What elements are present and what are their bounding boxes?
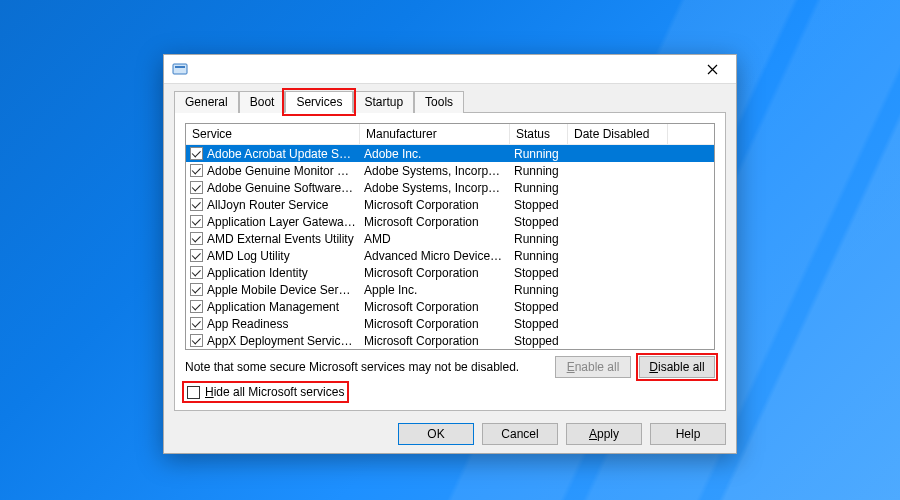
- tabstrip: GeneralBootServicesStartupTools: [164, 84, 736, 112]
- service-name: Adobe Acrobat Update Service: [207, 147, 356, 161]
- service-checkbox[interactable]: [190, 164, 203, 177]
- service-status: Stopped: [510, 300, 568, 314]
- table-row[interactable]: Apple Mobile Device ServiceApple Inc.Run…: [186, 281, 714, 298]
- svg-rect-1: [175, 66, 185, 68]
- service-checkbox[interactable]: [190, 283, 203, 296]
- service-name: Application Layer Gateway Service: [207, 215, 356, 229]
- col-service[interactable]: Service: [186, 124, 360, 144]
- help-button[interactable]: Help: [650, 423, 726, 445]
- service-status: Running: [510, 249, 568, 263]
- service-manufacturer: Microsoft Corporation: [360, 198, 510, 212]
- service-status: Running: [510, 283, 568, 297]
- close-button[interactable]: [692, 55, 732, 83]
- table-row[interactable]: AppX Deployment Service (AppX...Microsof…: [186, 332, 714, 349]
- app-icon: [172, 61, 188, 77]
- table-row[interactable]: AMD Log UtilityAdvanced Micro Devices, I…: [186, 247, 714, 264]
- enable-all-button[interactable]: Enable all: [555, 356, 631, 378]
- service-manufacturer: AMD: [360, 232, 510, 246]
- service-name: Adobe Genuine Software Integri...: [207, 181, 356, 195]
- service-checkbox[interactable]: [190, 215, 203, 228]
- service-manufacturer: Microsoft Corporation: [360, 334, 510, 348]
- services-list-body[interactable]: Adobe Acrobat Update ServiceAdobe Inc.Ru…: [186, 145, 714, 349]
- tab-startup[interactable]: Startup: [353, 91, 414, 113]
- service-status: Running: [510, 147, 568, 161]
- service-manufacturer: Apple Inc.: [360, 283, 510, 297]
- disable-all-button[interactable]: Disable all: [639, 356, 715, 378]
- services-panel: Service Manufacturer Status Date Disable…: [174, 112, 726, 411]
- service-checkbox[interactable]: [190, 147, 203, 160]
- table-row[interactable]: Application Layer Gateway ServiceMicroso…: [186, 213, 714, 230]
- tab-services[interactable]: Services: [285, 91, 353, 113]
- service-manufacturer: Microsoft Corporation: [360, 300, 510, 314]
- service-manufacturer: Adobe Inc.: [360, 147, 510, 161]
- col-manufacturer[interactable]: Manufacturer: [360, 124, 510, 144]
- apply-button[interactable]: Apply: [566, 423, 642, 445]
- disable-note: Note that some secure Microsoft services…: [185, 360, 519, 374]
- service-checkbox[interactable]: [190, 249, 203, 262]
- titlebar: [164, 55, 736, 84]
- col-status[interactable]: Status: [510, 124, 568, 144]
- service-checkbox[interactable]: [190, 232, 203, 245]
- table-row[interactable]: Adobe Genuine Software Integri...Adobe S…: [186, 179, 714, 196]
- tab-boot[interactable]: Boot: [239, 91, 286, 113]
- service-name: AppX Deployment Service (AppX...: [207, 334, 356, 348]
- service-manufacturer: Adobe Systems, Incorpora...: [360, 181, 510, 195]
- hide-microsoft-row[interactable]: Hide all Microsoft services: [185, 384, 346, 400]
- service-checkbox[interactable]: [190, 181, 203, 194]
- service-manufacturer: Microsoft Corporation: [360, 317, 510, 331]
- service-manufacturer: Microsoft Corporation: [360, 266, 510, 280]
- service-checkbox[interactable]: [190, 266, 203, 279]
- service-status: Running: [510, 164, 568, 178]
- hide-microsoft-label: Hide all Microsoft services: [205, 385, 344, 399]
- table-row[interactable]: App ReadinessMicrosoft CorporationStoppe…: [186, 315, 714, 332]
- table-row[interactable]: Application IdentityMicrosoft Corporatio…: [186, 264, 714, 281]
- service-checkbox[interactable]: [190, 317, 203, 330]
- service-status: Stopped: [510, 266, 568, 280]
- tab-general[interactable]: General: [174, 91, 239, 113]
- msconfig-window: GeneralBootServicesStartupTools Service …: [163, 54, 737, 454]
- tab-tools[interactable]: Tools: [414, 91, 464, 113]
- services-list: Service Manufacturer Status Date Disable…: [185, 123, 715, 350]
- service-manufacturer: Adobe Systems, Incorpora...: [360, 164, 510, 178]
- hide-microsoft-checkbox[interactable]: [187, 386, 200, 399]
- service-manufacturer: Microsoft Corporation: [360, 215, 510, 229]
- cancel-button[interactable]: Cancel: [482, 423, 558, 445]
- dialog-buttons: OK Cancel Apply Help: [164, 417, 736, 455]
- service-name: Application Management: [207, 300, 339, 314]
- table-row[interactable]: Application ManagementMicrosoft Corporat…: [186, 298, 714, 315]
- service-name: Adobe Genuine Monitor Service: [207, 164, 356, 178]
- service-status: Stopped: [510, 198, 568, 212]
- service-name: AMD External Events Utility: [207, 232, 354, 246]
- ok-button[interactable]: OK: [398, 423, 474, 445]
- service-checkbox[interactable]: [190, 300, 203, 313]
- service-status: Stopped: [510, 317, 568, 331]
- col-date-disabled[interactable]: Date Disabled: [568, 124, 668, 144]
- service-status: Running: [510, 232, 568, 246]
- table-row[interactable]: Adobe Acrobat Update ServiceAdobe Inc.Ru…: [186, 145, 714, 162]
- service-name: AMD Log Utility: [207, 249, 290, 263]
- service-name: Apple Mobile Device Service: [207, 283, 356, 297]
- service-name: App Readiness: [207, 317, 288, 331]
- table-row[interactable]: Adobe Genuine Monitor ServiceAdobe Syste…: [186, 162, 714, 179]
- table-row[interactable]: AllJoyn Router ServiceMicrosoft Corporat…: [186, 196, 714, 213]
- service-manufacturer: Advanced Micro Devices, I...: [360, 249, 510, 263]
- service-name: AllJoyn Router Service: [207, 198, 328, 212]
- service-checkbox[interactable]: [190, 334, 203, 347]
- table-row[interactable]: AMD External Events UtilityAMDRunning: [186, 230, 714, 247]
- service-status: Running: [510, 181, 568, 195]
- service-name: Application Identity: [207, 266, 308, 280]
- svg-rect-0: [173, 64, 187, 74]
- service-status: Stopped: [510, 215, 568, 229]
- service-checkbox[interactable]: [190, 198, 203, 211]
- column-headers[interactable]: Service Manufacturer Status Date Disable…: [186, 124, 714, 145]
- service-status: Stopped: [510, 334, 568, 348]
